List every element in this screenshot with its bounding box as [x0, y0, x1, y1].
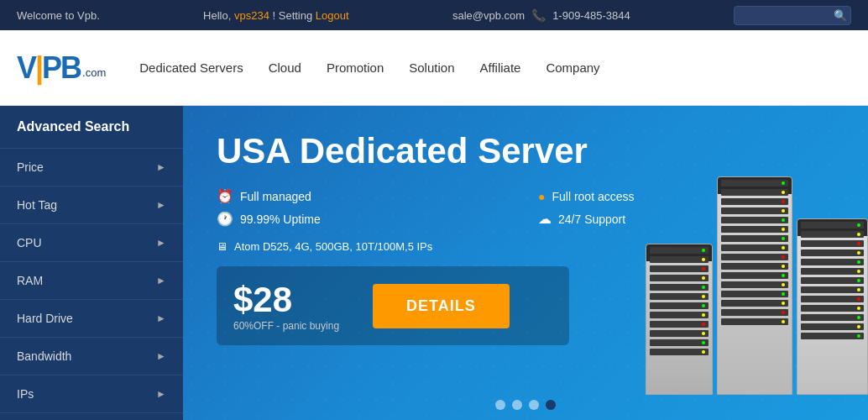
server-unit	[650, 339, 709, 346]
chevron-right-icon: ►	[156, 199, 166, 211]
server-unit	[801, 231, 864, 238]
server-unit	[650, 256, 709, 263]
nav-item-solution[interactable]: Solution	[409, 60, 454, 76]
hero-pricing-box: $28 60%OFF - panic buying DETAILS	[217, 266, 569, 345]
username-link[interactable]: vps234	[234, 9, 269, 22]
spec-icon: 🖥	[217, 240, 227, 253]
nav-link-dedicated-servers[interactable]: Dedicated Servers	[139, 60, 243, 75]
nav-item-affiliate[interactable]: Affiliate	[479, 60, 520, 76]
nav-bar: V|PB .com Dedicated Servers Cloud Promot…	[0, 30, 868, 106]
server-unit	[801, 259, 864, 265]
carousel-dot-4[interactable]	[546, 400, 556, 410]
server-unit	[650, 275, 709, 281]
server-unit	[721, 189, 788, 196]
nav-link-cloud[interactable]: Cloud	[269, 60, 301, 75]
chevron-right-icon: ►	[156, 350, 166, 362]
server-unit	[650, 247, 709, 254]
sidebar-item-hard-drive-label: Hard Drive	[17, 312, 73, 325]
server-unit	[801, 286, 864, 293]
carousel-dot-2[interactable]	[512, 400, 522, 410]
chevron-right-icon: ►	[156, 161, 166, 173]
carousel-dot-3[interactable]	[529, 400, 539, 410]
server-images	[641, 176, 868, 395]
hero-spec-text: Atom D525, 4G, 500GB, 10T/100M,5 IPs	[234, 240, 432, 253]
server-unit	[650, 284, 709, 291]
nav-item-dedicated-servers[interactable]: Dedicated Servers	[139, 60, 243, 76]
logo-text: V|PB	[17, 50, 81, 86]
server-unit	[721, 254, 788, 260]
search-icon[interactable]: 🔍	[834, 9, 847, 22]
sidebar-item-price[interactable]: Price ►	[0, 149, 183, 186]
support-icon: ☁	[538, 211, 552, 227]
carousel-dot-1[interactable]	[495, 400, 505, 410]
phone-icon	[531, 8, 546, 22]
search-input[interactable]	[741, 9, 834, 21]
sidebar-item-hot-tag-label: Hot Tag	[17, 198, 57, 212]
nav-link-affiliate[interactable]: Affiliate	[479, 60, 520, 75]
server-unit	[801, 222, 864, 228]
sidebar-item-ram[interactable]: RAM ►	[0, 262, 183, 300]
sidebar-item-hot-tag[interactable]: Hot Tag ►	[0, 186, 183, 224]
nav-link-company[interactable]: Company	[546, 60, 599, 75]
hero-feature-root-text: Full root access	[552, 190, 634, 203]
top-bar: Welcome to Vpb. Hello, vps234 ! Setting …	[0, 0, 868, 30]
server-unit	[721, 226, 788, 233]
sidebar-item-hard-drive[interactable]: Hard Drive ►	[0, 300, 183, 338]
server-unit	[650, 349, 709, 355]
sidebar: Advanced Search Price ► Hot Tag ► CPU ► …	[0, 106, 183, 420]
hero-feature-support-text: 24/7 Support	[558, 213, 625, 226]
server-rack-1	[646, 244, 713, 395]
hero-feature-uptime: 🕐 99.99% Uptime	[217, 211, 513, 227]
server-unit	[801, 333, 864, 339]
sidebar-item-ips-label: IPs	[17, 387, 34, 401]
server-unit	[801, 240, 864, 247]
server-unit	[801, 314, 864, 321]
server-rack-2	[717, 176, 792, 395]
search-box[interactable]: 🔍	[734, 6, 851, 25]
sidebar-item-bandwidth-label: Bandwidth	[17, 349, 71, 363]
sidebar-item-cpu[interactable]: CPU ►	[0, 224, 183, 262]
sidebar-item-bandwidth[interactable]: Bandwidth ►	[0, 338, 183, 375]
hello-prefix: Hello,	[203, 9, 231, 22]
sidebar-item-cpu-label: CPU	[17, 236, 42, 249]
server-unit	[650, 330, 709, 337]
server-unit	[721, 291, 788, 297]
server-unit	[650, 321, 709, 328]
contact-info: sale@vpb.com 1-909-485-3844	[452, 8, 630, 22]
hello-section: Hello, vps234 ! Setting Logout	[203, 9, 349, 22]
logo[interactable]: V|PB .com	[17, 50, 106, 86]
server-unit	[801, 323, 864, 330]
nav-link-promotion[interactable]: Promotion	[327, 60, 384, 75]
chevron-right-icon: ►	[156, 388, 166, 400]
server-unit	[650, 265, 709, 272]
main-content: Advanced Search Price ► Hot Tag ► CPU ► …	[0, 106, 868, 420]
root-icon: ●	[538, 190, 545, 203]
nav-links: Dedicated Servers Cloud Promotion Soluti…	[139, 60, 599, 76]
server-unit	[650, 302, 709, 309]
server-unit	[801, 305, 864, 312]
details-button[interactable]: DETAILS	[373, 284, 510, 328]
sidebar-item-ips[interactable]: IPs ►	[0, 375, 183, 413]
logo-com: .com	[82, 66, 106, 79]
logout-link[interactable]: Logout	[316, 9, 349, 22]
chevron-right-icon: ►	[156, 237, 166, 249]
chevron-right-icon: ►	[156, 312, 166, 324]
email: sale@vpb.com	[452, 9, 525, 22]
nav-item-cloud[interactable]: Cloud	[269, 60, 301, 76]
server-unit	[801, 268, 864, 275]
server-unit	[721, 309, 788, 316]
nav-link-solution[interactable]: Solution	[409, 60, 454, 75]
hero-section: USA Dedicated Server ⏰ Full managed ● Fu…	[183, 106, 868, 420]
server-unit	[721, 244, 788, 251]
hero-price: $28 60%OFF - panic buying	[233, 280, 339, 332]
server-unit	[721, 198, 788, 205]
sidebar-title: Advanced Search	[0, 106, 183, 149]
server-unit	[721, 263, 788, 270]
carousel-dots	[495, 400, 556, 410]
hero-feature-uptime-text: 99.99% Uptime	[240, 213, 321, 226]
setting-text: ! Setting	[273, 9, 313, 22]
nav-item-company[interactable]: Company	[546, 60, 599, 76]
server-unit	[721, 300, 788, 307]
welcome-text: Welcome to Vpb.	[17, 9, 100, 22]
nav-item-promotion[interactable]: Promotion	[327, 60, 384, 76]
